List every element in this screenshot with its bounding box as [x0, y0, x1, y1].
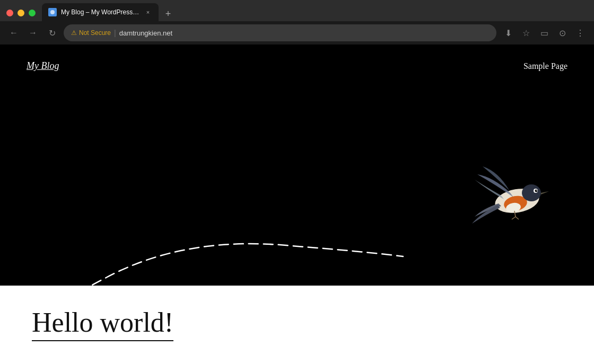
tab-close-button[interactable]: × — [144, 8, 152, 16]
url-bar[interactable]: ⚠ Not Secure | damtrungkien.net — [64, 24, 496, 41]
download-button[interactable]: ⬇ — [501, 25, 516, 40]
tab-favicon — [48, 8, 57, 16]
svg-point-4 — [522, 184, 541, 201]
page-heading: Hello world! — [32, 307, 173, 341]
bird-svg — [472, 161, 562, 230]
svg-point-0 — [50, 10, 55, 14]
close-button[interactable] — [6, 10, 13, 16]
refresh-button[interactable]: ↻ — [45, 25, 59, 40]
address-actions: ⬇ ☆ ▭ ⊙ ⋮ — [501, 25, 588, 40]
browser-chrome: My Blog – My WordPress Blog × + ← → ↻ ⚠ … — [0, 0, 594, 45]
svg-line-10 — [512, 217, 516, 219]
window-controls — [6, 10, 36, 16]
title-bar: My Blog – My WordPress Blog × + — [0, 0, 594, 21]
back-button[interactable]: ← — [6, 25, 21, 40]
svg-point-7 — [535, 190, 538, 192]
security-warning: ⚠ Not Secure — [71, 29, 111, 37]
tab-title: My Blog – My WordPress Blog — [61, 8, 139, 16]
bird-illustration — [472, 161, 562, 230]
content-section: Hello world! — [0, 286, 594, 364]
website-content: My Blog Sample Page — [0, 45, 594, 364]
svg-point-8 — [536, 190, 537, 191]
url-separator: | — [114, 29, 116, 37]
minimize-button[interactable] — [18, 10, 24, 16]
menu-button[interactable]: ⋮ — [573, 25, 588, 40]
tab-list: My Blog – My WordPress Blog × + — [42, 4, 588, 21]
svg-marker-5 — [541, 191, 549, 194]
svg-line-11 — [516, 217, 519, 219]
address-bar: ← → ↻ ⚠ Not Secure | damtrungkien.net ⬇ … — [0, 21, 594, 45]
profile-button[interactable]: ⊙ — [555, 25, 570, 40]
hero-section: My Blog Sample Page — [0, 45, 594, 286]
site-navigation: My Blog Sample Page — [0, 45, 594, 87]
security-label: Not Secure — [79, 29, 111, 37]
forward-button[interactable]: → — [25, 25, 40, 40]
sample-page-link[interactable]: Sample Page — [523, 61, 567, 71]
site-title[interactable]: My Blog — [27, 60, 59, 72]
url-text: damtrungkien.net — [119, 29, 172, 37]
bookmark-button[interactable]: ☆ — [519, 25, 534, 40]
sidebar-button[interactable]: ▭ — [537, 25, 552, 40]
maximize-button[interactable] — [29, 10, 36, 16]
active-tab[interactable]: My Blog – My WordPress Blog × — [42, 3, 159, 21]
warning-icon: ⚠ — [71, 29, 77, 37]
new-tab-button[interactable]: + — [161, 6, 176, 21]
